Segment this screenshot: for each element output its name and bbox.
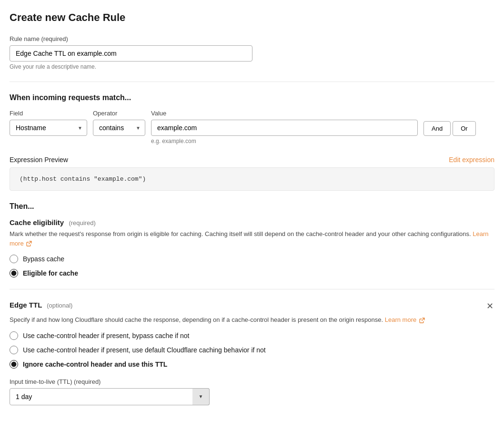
condition-fields-row: Field Hostname URI IP Source Address ▼ O… <box>10 110 494 144</box>
edge-ttl-section: Edge TTL (optional) ✕ Specify if and how… <box>10 289 494 405</box>
use-cc-default-radio[interactable] <box>10 346 18 354</box>
edge-ttl-learn-more[interactable]: Learn more <box>385 316 425 323</box>
value-hint: e.g. example.com <box>151 138 418 144</box>
cache-eligibility-desc-text: Mark whether the request's response from… <box>10 230 471 237</box>
field-select[interactable]: Hostname URI IP Source Address <box>10 120 87 136</box>
cache-eligibility-radio-group: Bypass cache Eligible for cache <box>10 255 494 278</box>
use-cc-bypass-radio[interactable] <box>10 331 18 340</box>
ignore-cc-option[interactable]: Ignore cache-control header and use this… <box>10 360 494 369</box>
cache-eligibility-block: Cache eligibility (required) Mark whethe… <box>10 218 494 278</box>
external-link-icon <box>26 241 32 247</box>
eligible-for-cache-option[interactable]: Eligible for cache <box>10 269 494 278</box>
use-cc-bypass-option[interactable]: Use cache-control header if present, byp… <box>10 331 494 340</box>
ignore-cc-label: Ignore cache-control header and use this… <box>23 360 167 368</box>
use-cc-bypass-label: Use cache-control header if present, byp… <box>23 332 189 339</box>
operator-select[interactable]: contains equals starts with ends with <box>93 120 145 136</box>
rule-name-section: Rule name (required) Give your rule a de… <box>10 35 494 70</box>
edge-ttl-title-text: Edge TTL <box>10 301 42 309</box>
page-title: Create new Cache Rule <box>10 11 494 24</box>
rule-name-hint: Give your rule a descriptive name. <box>10 63 494 70</box>
when-section: When incoming requests match... Field Ho… <box>10 93 494 144</box>
ignore-cc-radio[interactable] <box>10 360 18 369</box>
operator-select-wrap: contains equals starts with ends with ▼ <box>93 120 145 136</box>
then-heading: Then... <box>10 202 494 211</box>
use-cc-default-label: Use cache-control header if present, use… <box>23 346 266 354</box>
and-button[interactable]: And <box>423 121 451 136</box>
ttl-select[interactable]: 1 day 2 days 1 week 1 month 1 year Custo… <box>10 388 210 405</box>
edge-ttl-desc-text: Specify if and how long Cloudflare shoul… <box>10 316 383 323</box>
eligible-cache-radio[interactable] <box>10 269 18 278</box>
rule-name-label: Rule name (required) <box>10 35 494 42</box>
ttl-input-label: Input time-to-live (TTL) (required) <box>10 378 494 385</box>
rule-name-input[interactable] <box>10 45 252 62</box>
eligible-cache-label: Eligible for cache <box>23 269 78 277</box>
section-divider-1 <box>10 82 494 82</box>
ttl-input-section: Input time-to-live (TTL) (required) 1 da… <box>10 378 494 405</box>
edge-ttl-learn-more-text: Learn more <box>385 316 416 323</box>
edge-ttl-close-button[interactable]: ✕ <box>485 301 494 311</box>
edge-ttl-external-link-icon <box>419 318 425 323</box>
bypass-cache-radio[interactable] <box>10 255 18 263</box>
ttl-select-wrap: 1 day 2 days 1 week 1 month 1 year Custo… <box>10 388 210 405</box>
bypass-cache-label: Bypass cache <box>23 255 64 263</box>
edge-ttl-title: Edge TTL (optional) <box>10 301 72 309</box>
operator-group: Operator contains equals starts with end… <box>93 110 145 136</box>
edit-expression-link[interactable]: Edit expression <box>449 156 494 164</box>
or-button[interactable]: Or <box>453 121 475 136</box>
expression-preview-row: Expression Preview Edit expression <box>10 156 494 164</box>
field-select-wrap: Hostname URI IP Source Address ▼ <box>10 120 87 136</box>
ttl-select-arrow-button[interactable]: ▼ <box>192 388 210 405</box>
cache-eligibility-description: Mark whether the request's response from… <box>10 229 494 248</box>
value-label: Value <box>151 110 418 117</box>
when-heading: When incoming requests match... <box>10 93 494 102</box>
edge-ttl-description: Specify if and how long Cloudflare shoul… <box>10 315 494 325</box>
value-group: Value e.g. example.com <box>151 110 418 144</box>
edge-ttl-heading-wrap: Edge TTL (optional) <box>10 301 72 309</box>
field-group: Field Hostname URI IP Source Address ▼ <box>10 110 87 136</box>
then-section: Then... Cache eligibility (required) Mar… <box>10 202 494 405</box>
field-label: Field <box>10 110 87 117</box>
edge-ttl-header: Edge TTL (optional) ✕ <box>10 301 494 311</box>
and-or-buttons: And Or <box>423 121 476 136</box>
edge-ttl-radio-group: Use cache-control header if present, byp… <box>10 331 494 369</box>
expression-preview-label: Expression Preview <box>10 156 68 164</box>
expression-preview-section: Expression Preview Edit expression (http… <box>10 156 494 191</box>
value-input[interactable] <box>151 120 418 136</box>
expression-box: (http.host contains "example.com") <box>10 167 494 191</box>
edge-ttl-optional: (optional) <box>47 302 72 309</box>
cache-eligibility-heading: Cache eligibility (required) <box>10 218 494 226</box>
use-cc-default-option[interactable]: Use cache-control header if present, use… <box>10 346 494 354</box>
cache-eligibility-title: Cache eligibility <box>10 218 64 226</box>
operator-label: Operator <box>93 110 145 117</box>
bypass-cache-option[interactable]: Bypass cache <box>10 255 494 263</box>
cache-eligibility-required: (required) <box>69 219 95 226</box>
